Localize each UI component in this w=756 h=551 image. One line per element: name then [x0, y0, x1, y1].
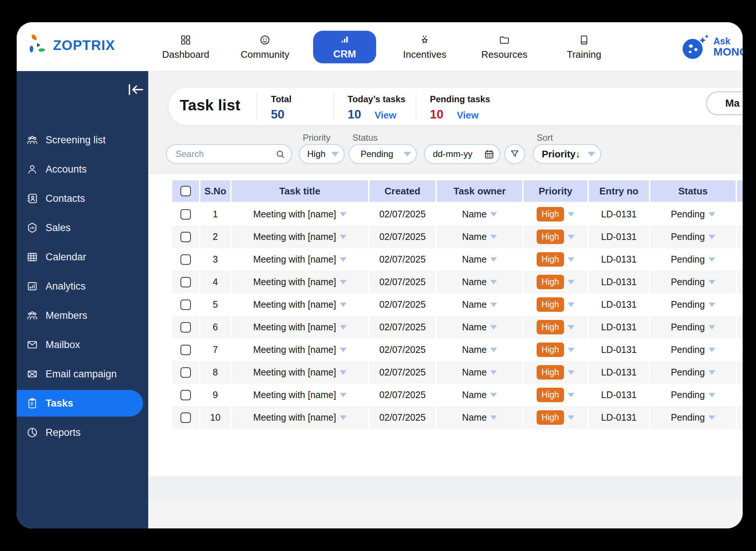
chevron-down-icon: [709, 348, 715, 352]
row-checkbox[interactable]: [180, 413, 191, 423]
cell-priority[interactable]: High: [524, 406, 587, 429]
cell-status[interactable]: Pending: [650, 293, 736, 316]
cell-task-owner[interactable]: Name: [437, 338, 522, 361]
cell-priority[interactable]: High: [524, 248, 587, 271]
cell-priority[interactable]: High: [524, 293, 587, 316]
chevron-down-icon: [490, 370, 497, 375]
chevron-down-icon: [568, 415, 574, 420]
sidebar-item-tasks[interactable]: Tasks: [17, 390, 143, 417]
cell-task-owner[interactable]: Name: [437, 384, 522, 406]
topnav-item-incentives[interactable]: Incentives: [393, 30, 456, 64]
sidebar-item-email-campaign[interactable]: Email campaign: [17, 362, 148, 386]
row-checkbox[interactable]: [180, 390, 191, 400]
chevron-down-icon: [709, 393, 715, 397]
cell-task-owner[interactable]: Name: [437, 293, 522, 316]
chevron-down-icon: [340, 212, 346, 217]
cell-status[interactable]: Pending: [650, 271, 736, 293]
column-header-task-title: Task title: [232, 180, 368, 202]
cell-task-title[interactable]: Meeting with [name]: [232, 316, 368, 338]
cell-status[interactable]: Pending: [650, 316, 736, 338]
cell-priority[interactable]: High: [524, 384, 587, 406]
select-all-checkbox[interactable]: [180, 186, 191, 196]
cell-task-title[interactable]: Meeting with [name]: [232, 406, 368, 429]
stat-view-link[interactable]: View: [457, 110, 479, 121]
date-filter-input[interactable]: dd-mm-yy: [424, 144, 500, 164]
cell-task-title[interactable]: Meeting with [name]: [232, 226, 368, 248]
filter-button[interactable]: [504, 144, 525, 164]
cell-priority[interactable]: High: [524, 203, 587, 226]
cell-task-owner[interactable]: Name: [437, 203, 522, 226]
topnav-item-community[interactable]: Community: [233, 30, 296, 64]
ask-mono-button[interactable]: Ask MONO!: [679, 34, 743, 60]
priority-badge: High: [537, 297, 564, 312]
cell-priority[interactable]: High: [524, 226, 587, 248]
cell-status[interactable]: Pending: [650, 203, 736, 226]
row-checkbox[interactable]: [180, 300, 191, 310]
cell-status[interactable]: Pending: [650, 338, 736, 361]
cell-task-title[interactable]: Meeting with [name]: [232, 293, 368, 316]
sidebar-item-accounts[interactable]: Accounts: [17, 157, 148, 181]
row-checkbox[interactable]: [180, 322, 191, 333]
stat-view-link[interactable]: View: [375, 110, 397, 121]
cell-task-owner[interactable]: Name: [437, 248, 522, 271]
sort-dropdown[interactable]: Priority↓: [533, 144, 601, 164]
search-input[interactable]: [167, 148, 267, 160]
status-dropdown[interactable]: Pending: [349, 144, 417, 164]
cell-status[interactable]: Pending: [650, 248, 736, 271]
row-checkbox[interactable]: [180, 345, 191, 355]
cell-task-owner[interactable]: Name: [437, 406, 522, 429]
cell-status[interactable]: Pending: [650, 226, 736, 248]
screen-canvas: ZOPTRIX Dashboard Community CRM Incentiv…: [0, 0, 756, 551]
cell-status[interactable]: Pending: [650, 384, 736, 406]
cell-partial: [737, 316, 743, 338]
search-box[interactable]: [166, 144, 292, 164]
cut-off-action-button[interactable]: Ma: [706, 91, 743, 115]
row-checkbox[interactable]: [180, 232, 191, 242]
column-header-priority: Priority: [524, 180, 587, 202]
topnav-item-resources[interactable]: Resources: [473, 30, 536, 64]
sidebar-item-mailbox[interactable]: Mailbox: [17, 333, 148, 357]
chevron-down-icon: [568, 370, 574, 375]
priority-badge: High: [537, 275, 564, 289]
cell-task-title[interactable]: Meeting with [name]: [232, 203, 368, 226]
stat-total: Total 50: [257, 94, 320, 120]
sidebar-item-analytics[interactable]: Analytics: [17, 274, 148, 298]
cell-task-title[interactable]: Meeting with [name]: [232, 271, 368, 293]
cell-task-title[interactable]: Meeting with [name]: [232, 338, 368, 361]
priority-dropdown[interactable]: High: [299, 144, 345, 164]
sidebar-item-sales[interactable]: Sales: [17, 216, 148, 240]
cell-priority[interactable]: High: [524, 316, 587, 338]
cell-priority[interactable]: High: [524, 361, 587, 384]
cell-task-owner[interactable]: Name: [437, 361, 522, 384]
cell-task-owner[interactable]: Name: [437, 271, 522, 293]
cell-task-owner[interactable]: Name: [437, 316, 522, 338]
cell-status[interactable]: Pending: [650, 406, 736, 429]
cell-status[interactable]: Pending: [650, 361, 736, 384]
sidebar-item-calendar[interactable]: Calendar: [17, 245, 148, 269]
row-checkbox[interactable]: [180, 254, 191, 265]
sidebar-item-screening-list[interactable]: Screening list: [17, 128, 148, 152]
topnav-label-crm: CRM: [333, 49, 356, 60]
cell-task-title[interactable]: Meeting with [name]: [232, 361, 368, 384]
topnav-item-crm[interactable]: CRM: [313, 31, 376, 63]
topnav-item-training[interactable]: Training: [553, 30, 616, 64]
cell-task-title[interactable]: Meeting with [name]: [232, 384, 368, 406]
sidebar-item-reports[interactable]: Reports: [17, 421, 148, 444]
cell-priority[interactable]: High: [524, 338, 587, 361]
mono-logo-icon: [679, 34, 711, 60]
date-placeholder: dd-mm-yy: [433, 149, 472, 159]
cell-task-title[interactable]: Meeting with [name]: [232, 248, 368, 271]
cell-priority[interactable]: High: [524, 271, 587, 293]
sidebar-item-members[interactable]: Members: [17, 304, 148, 327]
sidebar-collapse-icon[interactable]: [126, 83, 146, 96]
sidebar-item-contacts[interactable]: Contacts: [17, 187, 148, 210]
cell-created: 02/07/2025: [369, 384, 435, 406]
cell-task-owner[interactable]: Name: [437, 226, 522, 248]
topnav-item-dashboard[interactable]: Dashboard: [154, 30, 217, 64]
row-checkbox[interactable]: [180, 367, 191, 378]
row-checkbox[interactable]: [180, 277, 191, 287]
brand-logo[interactable]: ZOPTRIX: [27, 33, 115, 58]
chevron-down-icon: [568, 303, 574, 307]
cell-sno: 10: [200, 406, 230, 429]
row-checkbox[interactable]: [180, 209, 191, 220]
